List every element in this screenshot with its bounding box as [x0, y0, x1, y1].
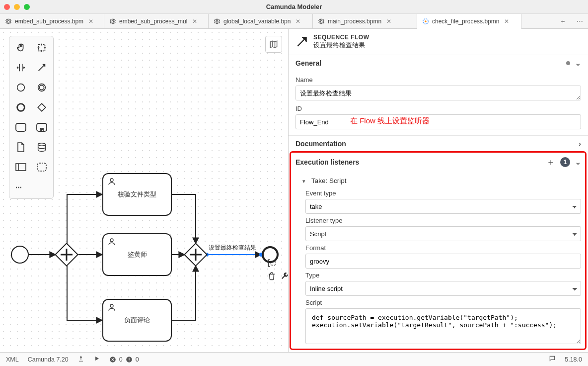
data-object-tool[interactable]: [11, 139, 30, 156]
new-tab-button[interactable]: ＋: [554, 14, 571, 28]
diagram-canvas[interactable]: ⋯: [0, 29, 288, 352]
window-close[interactable]: [4, 4, 10, 10]
end-event-tool[interactable]: [11, 99, 30, 116]
listener-type-label: Listener type: [305, 217, 581, 224]
arrow-icon: [295, 35, 308, 48]
window-zoom[interactable]: [24, 4, 30, 10]
more-tools[interactable]: ⋯: [11, 179, 51, 195]
script-textarea[interactable]: def sourcePath = execution.getVariable("…: [305, 308, 581, 344]
append-text-annotation-icon[interactable]: [266, 258, 277, 269]
tab-embed-sub-process-mul[interactable]: embed_sub_process_mul ✕: [104, 14, 209, 28]
task-label: 校验文件类型: [118, 190, 156, 199]
svg-rect-26: [271, 261, 276, 265]
format-input[interactable]: [305, 254, 581, 269]
lasso-tool[interactable]: [32, 39, 51, 56]
task-label: 鉴黄师: [128, 250, 147, 259]
start-event[interactable]: [11, 246, 29, 264]
tool-palette: ⋯: [9, 36, 54, 199]
listener-type-select[interactable]: Script: [305, 226, 581, 241]
tab-global-local-variable[interactable]: global_local_variable.bpn ✕: [209, 14, 313, 28]
close-icon[interactable]: ✕: [192, 18, 197, 25]
svg-point-9: [39, 85, 44, 90]
dirty-indicator-icon: [566, 61, 570, 65]
tab-overflow-button[interactable]: ⋯: [571, 14, 588, 28]
group-tool[interactable]: [32, 159, 51, 176]
hand-tool[interactable]: [11, 39, 30, 56]
play-icon[interactable]: [93, 355, 100, 364]
data-store-tool[interactable]: [32, 139, 51, 156]
close-icon[interactable]: ✕: [88, 18, 93, 25]
parallel-gateway-split[interactable]: [56, 244, 77, 266]
event-type-label: Event type: [305, 189, 581, 197]
id-input[interactable]: [295, 114, 581, 129]
section-general: General ⌄ Name 设置最终检查结果 ID 在 Flow 线上设置监听…: [289, 55, 588, 136]
close-icon[interactable]: ✕: [386, 18, 391, 25]
chevron-down-icon[interactable]: ⌄: [575, 158, 581, 166]
subprocess-tool[interactable]: [32, 119, 51, 136]
delete-icon[interactable]: [266, 271, 277, 281]
connect-tool[interactable]: [32, 59, 51, 76]
feedback-icon[interactable]: [549, 355, 556, 364]
tab-embed-sub-process[interactable]: embed_sub_process.bpm ✕: [0, 14, 104, 28]
window-title: Camunda Modeler: [0, 3, 588, 10]
parallel-gateway-join[interactable]: [185, 244, 207, 266]
tab-label: embed_sub_process.bpm: [15, 18, 83, 25]
section-execution-listeners: Execution listeners ＋ 1 ⌄ Take: Script E…: [289, 152, 588, 352]
type-select[interactable]: Inline script: [305, 281, 581, 296]
tab-check-file-process[interactable]: check_file_process.bpmn ✕: [417, 14, 521, 29]
task-validate-file-type[interactable]: 校验文件类型: [102, 173, 172, 216]
svg-point-2: [216, 20, 218, 22]
problems-indicator[interactable]: 0 0: [109, 356, 139, 363]
event-type-select[interactable]: take: [305, 199, 581, 214]
window-titlebar: Camunda Modeler: [0, 0, 588, 14]
status-engine[interactable]: Camunda 7.20: [28, 356, 69, 363]
close-icon[interactable]: ✕: [295, 18, 300, 25]
task-negative-comment[interactable]: 负面评论: [102, 299, 172, 342]
intermediate-event-tool[interactable]: [32, 79, 51, 96]
svg-point-21: [110, 179, 113, 182]
section-title: Documentation: [295, 140, 346, 148]
task-porn-reviewer[interactable]: 鉴黄师: [102, 233, 172, 276]
deploy-icon[interactable]: [77, 355, 84, 364]
tab-label: check_file_process.bpmn: [432, 18, 499, 25]
chevron-right-icon[interactable]: ›: [579, 140, 581, 148]
close-icon[interactable]: ✕: [504, 18, 509, 25]
context-pad: [266, 258, 290, 281]
pool-tool[interactable]: [11, 159, 30, 176]
svg-point-3: [320, 20, 322, 22]
user-icon: [107, 177, 116, 186]
listener-count-badge: 1: [560, 157, 570, 167]
section-title: General: [295, 59, 321, 67]
gateway-tool[interactable]: [32, 99, 51, 116]
svg-rect-29: [129, 358, 129, 360]
svg-rect-6: [39, 45, 45, 51]
svg-point-7: [17, 84, 25, 92]
tab-bar: embed_sub_process.bpm ✕ embed_sub_proces…: [0, 14, 588, 29]
status-xml[interactable]: XML: [6, 356, 19, 363]
section-title: Execution listeners: [295, 158, 359, 166]
name-input[interactable]: 设置最终检查结果: [295, 86, 581, 100]
tab-main-process[interactable]: main_process.bpmn ✕: [313, 14, 417, 28]
svg-point-22: [110, 239, 113, 242]
chevron-down-icon[interactable]: ⌄: [575, 59, 581, 67]
section-documentation[interactable]: Documentation ›: [289, 136, 588, 152]
task-label: 负面评论: [124, 316, 150, 325]
gear-icon: [214, 18, 220, 25]
type-label: Type: [305, 272, 581, 279]
task-tool[interactable]: [11, 119, 30, 136]
panel-header: SEQUENCE FLOW 设置最终检查结果: [289, 29, 588, 55]
svg-point-10: [17, 104, 25, 111]
add-listener-button[interactable]: ＋: [546, 156, 555, 168]
space-tool[interactable]: [11, 59, 30, 76]
name-label: Name: [295, 76, 581, 84]
properties-panel: SEQUENCE FLOW 设置最终检查结果 General ⌄ Name 设置…: [288, 29, 588, 352]
svg-point-0: [7, 20, 9, 22]
window-minimize[interactable]: [14, 4, 20, 10]
error-count: 0: [119, 356, 123, 363]
warning-icon: [126, 356, 133, 363]
sequence-flow-label[interactable]: 设置最终检查结果: [209, 244, 256, 252]
user-icon: [107, 303, 116, 312]
start-event-tool[interactable]: [11, 79, 30, 96]
listener-item-header[interactable]: Take: Script: [297, 174, 581, 186]
minimap-toggle[interactable]: [265, 36, 282, 53]
